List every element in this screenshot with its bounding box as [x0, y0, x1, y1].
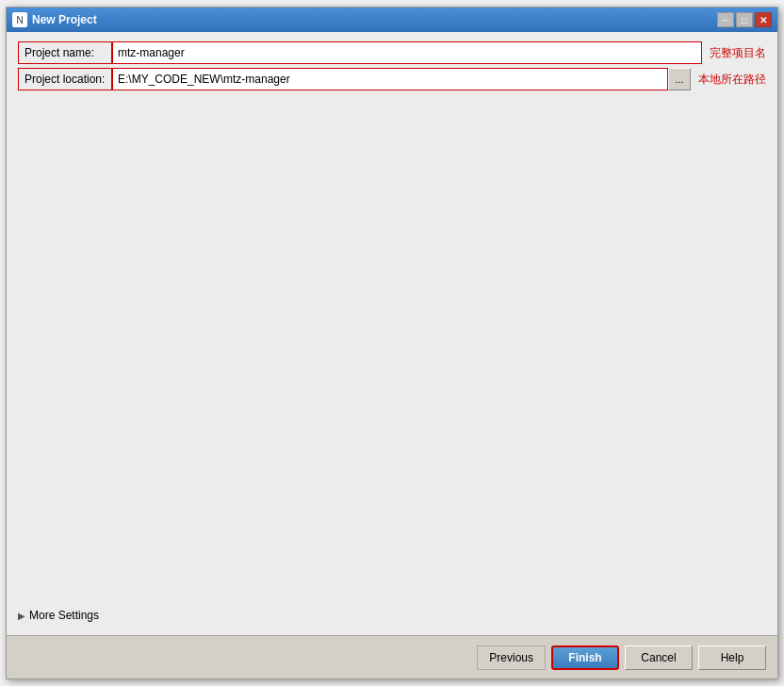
project-location-input[interactable] [112, 68, 668, 90]
project-location-label: Project location: [18, 68, 112, 90]
titlebar-controls: ─ □ ✕ [717, 12, 772, 27]
browse-button[interactable]: ... [668, 68, 691, 90]
help-button[interactable]: Help [698, 645, 766, 670]
titlebar-left: N New Project [12, 12, 97, 27]
project-name-row: Project name: 完整项目名 [18, 41, 766, 64]
cancel-button[interactable]: Cancel [625, 645, 693, 670]
project-name-label: Project name: [18, 41, 112, 64]
more-settings-label: More Settings [29, 609, 99, 622]
window-title: New Project [32, 13, 97, 26]
finish-button[interactable]: Finish [551, 645, 619, 670]
close-button[interactable]: ✕ [755, 12, 772, 27]
footer: Previous Finish Cancel Help [7, 635, 777, 678]
new-project-window: N New Project ─ □ ✕ Project name: 完整项目名 … [6, 7, 778, 679]
content-area: Project name: 完整项目名 Project location: ..… [7, 32, 777, 635]
titlebar: N New Project ─ □ ✕ [7, 8, 777, 32]
more-settings-row[interactable]: ▶ More Settings [18, 605, 766, 626]
project-location-annotation: 本地所在路径 [698, 72, 766, 88]
minimize-button[interactable]: ─ [717, 12, 734, 27]
maximize-button[interactable]: □ [736, 12, 753, 27]
more-settings-arrow-icon: ▶ [18, 611, 25, 621]
project-name-input[interactable] [112, 41, 702, 64]
main-body [18, 94, 766, 605]
window-icon: N [12, 12, 27, 27]
previous-button[interactable]: Previous [477, 645, 546, 670]
project-location-row: Project location: ... 本地所在路径 [18, 68, 766, 90]
project-name-annotation: 完整项目名 [710, 45, 766, 61]
